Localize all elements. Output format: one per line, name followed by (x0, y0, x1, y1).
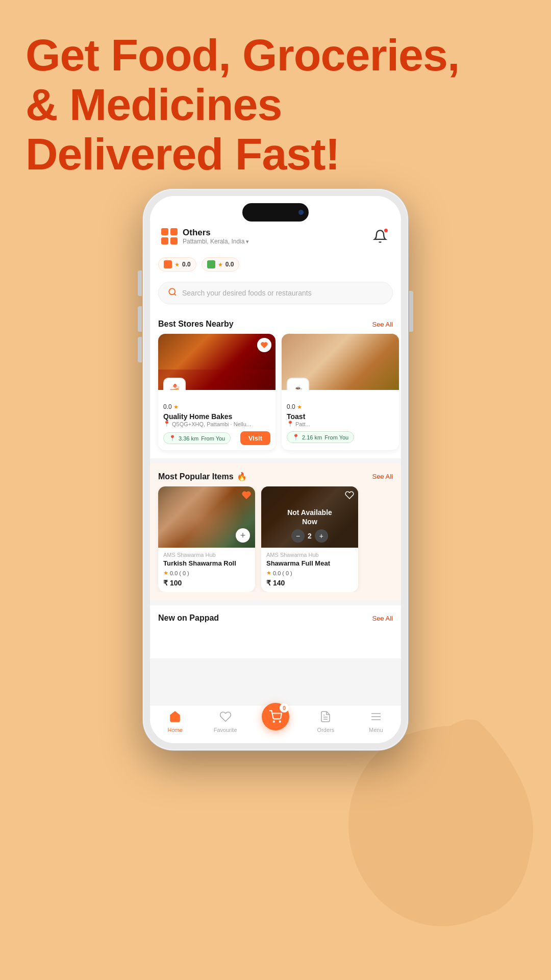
nav-orders[interactable]: Orders (300, 710, 350, 733)
grid-icon[interactable] (161, 228, 178, 244)
top-card-2[interactable]: ★ 0.0 (202, 257, 240, 272)
favourite-nav-icon (219, 710, 232, 725)
svg-point-0 (169, 288, 175, 295)
best-stores-header: Best Stores Nearby See All (150, 311, 401, 334)
qhb-logo-badge: 🍰 (163, 378, 186, 390)
most-popular-header: Most Popular Items 🔥 See All (150, 463, 401, 486)
hero-title: Get Food, Groceries, & Medicines Deliver… (26, 31, 459, 179)
qhb-card-body: 0.0 ★ Quality Home Bakes 📍 Q5QG+XHQ, Pat… (158, 390, 276, 450)
full-meat-card-image: Not AvailableNow − 2 + (261, 486, 358, 548)
qty-value: 2 (308, 532, 312, 540)
nav-favourite[interactable]: Favourite (200, 710, 250, 733)
phone-mockup: Others Pattambi, Kerala, India ▾ (143, 189, 408, 750)
top-card-1[interactable]: ★ 0.0 (158, 257, 196, 272)
orders-nav-icon (319, 710, 332, 725)
full-meat-heart-btn[interactable] (345, 491, 354, 502)
turkish-add-btn[interactable]: + (236, 528, 250, 543)
toast-star-icon: ★ (297, 404, 302, 410)
qhb-visit-btn[interactable]: Visit (240, 431, 270, 445)
nav-menu[interactable]: Menu (351, 710, 401, 733)
new-on-placeholder (150, 628, 401, 658)
popular-items-grid: + AMS Shawarma Hub Turkish Shawarma Roll… (150, 486, 401, 592)
quantity-control[interactable]: − 2 + (291, 529, 328, 543)
full-meat-heart-icon (345, 491, 354, 500)
store-qhb-image: 🍰 (158, 334, 276, 390)
turkish-card-image: + (158, 486, 255, 548)
nav-cart[interactable]: 0 (251, 713, 300, 730)
favourite-nav-label: Favourite (214, 727, 237, 733)
svg-point-1 (273, 721, 274, 722)
hero-section: Get Food, Groceries, & Medicines Deliver… (26, 31, 459, 179)
search-placeholder: Search your desired foods or restaurants (182, 289, 312, 297)
full-meat-price: ₹ 140 (266, 579, 353, 587)
qhb-address: 📍 Q5QG+XHQ, Pattambi · Nellu... (163, 421, 270, 427)
new-on-header: New on Pappad See All (150, 605, 401, 628)
toast-location-icon: 📍 (292, 434, 299, 440)
chevron-down-icon: ▾ (246, 238, 249, 245)
toast-card-body: 0.0 ★ Toast 📍 Patt... (282, 390, 399, 448)
turkish-heart-btn[interactable] (242, 491, 251, 502)
qhb-star-icon: ★ (173, 404, 179, 410)
heart-icon (261, 341, 268, 349)
location-info[interactable]: Others Pattambi, Kerala, India ▾ (183, 228, 249, 245)
rating-1: 0.0 (182, 261, 191, 268)
cart-fab-btn[interactable]: 0 (262, 703, 289, 730)
popular-card-full-meat[interactable]: Not AvailableNow − 2 + (261, 486, 358, 592)
qhb-footer: 📍 3.36 km From You Visit (163, 431, 270, 445)
qhb-distance: 📍 3.36 km From You (163, 432, 231, 444)
main-scroll[interactable]: Best Stores Nearby See All (150, 311, 401, 705)
home-nav-label: Home (168, 727, 183, 733)
camera-dot (298, 210, 304, 215)
store-toast-image: ☕ (282, 334, 399, 390)
phone-screen: Others Pattambi, Kerala, India ▾ (150, 196, 401, 743)
toast-distance: 📍 2.16 km From You (287, 431, 354, 443)
most-popular-see-all[interactable]: See All (372, 473, 393, 480)
cart-badge: 0 (280, 703, 289, 713)
turkish-card-body: AMS Shawarma Hub Turkish Shawarma Roll ★… (158, 548, 255, 592)
nav-home[interactable]: Home (150, 710, 200, 733)
qhb-heart-btn[interactable] (257, 338, 271, 352)
best-stores-see-all[interactable]: See All (372, 321, 393, 328)
new-on-title: New on Pappad (158, 614, 219, 623)
search-bar[interactable]: Search your desired foods or restaurants (158, 282, 393, 304)
notification-badge (383, 228, 389, 233)
new-on-section: New on Pappad See All (150, 605, 401, 658)
top-ratings-row: ★ 0.0 ★ 0.0 (150, 253, 401, 278)
pin-icon: 📍 (163, 421, 170, 427)
turkish-rating: ★ 0.0 ( 0 ) (163, 570, 250, 576)
qhb-rating-value: 0.0 (163, 403, 172, 410)
location-category: Others (183, 228, 249, 238)
qty-decrease-btn[interactable]: − (291, 529, 305, 543)
most-popular-title: Most Popular Items 🔥 (158, 472, 247, 481)
qhb-rating: 0.0 ★ (163, 403, 270, 410)
search-section: Search your desired foods or restaurants (150, 278, 401, 311)
notification-bell[interactable] (370, 227, 390, 246)
star-icon: ★ (174, 261, 180, 268)
bottom-nav: Home Favourite (150, 705, 401, 743)
turkish-price: ₹ 100 (163, 579, 250, 587)
cart-icon (269, 710, 282, 723)
popular-card-turkish[interactable]: + AMS Shawarma Hub Turkish Shawarma Roll… (158, 486, 255, 592)
turkish-star: ★ (163, 570, 168, 576)
full-meat-item-name: Shawarma Full Meat (266, 559, 353, 567)
full-meat-card-body: AMS Shawarma Hub Shawarma Full Meat ★ 0.… (261, 548, 358, 592)
dynamic-island (242, 203, 309, 222)
toast-address: 📍 Patt... (287, 421, 394, 427)
store-icon-1 (164, 260, 172, 268)
menu-icon (370, 710, 382, 723)
new-on-see-all[interactable]: See All (372, 615, 393, 622)
turkish-item-name: Turkish Shawarma Roll (163, 559, 250, 567)
full-meat-star: ★ (266, 570, 271, 576)
qty-increase-btn[interactable]: + (315, 529, 328, 543)
orders-icon (319, 710, 332, 723)
best-stores-section: Best Stores Nearby See All (150, 311, 401, 458)
store-icon-2 (207, 260, 215, 268)
store-card-qhb[interactable]: 🍰 0.0 ★ Quality Home Bakes (158, 334, 276, 450)
menu-nav-icon (370, 710, 382, 725)
store-card-toast[interactable]: ☕ 0.0 ★ Toast (282, 334, 399, 450)
rating-2: 0.0 (226, 261, 234, 268)
phone-shell: Others Pattambi, Kerala, India ▾ (143, 189, 408, 750)
toast-footer: 📍 2.16 km From You (287, 431, 394, 443)
toast-name: Toast (287, 412, 394, 421)
toast-rating-value: 0.0 (287, 403, 295, 410)
